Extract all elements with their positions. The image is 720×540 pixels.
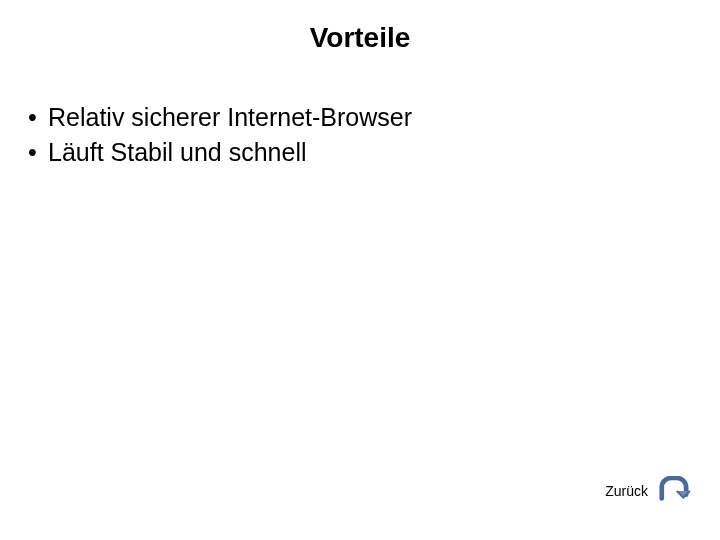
bullet-dot-icon: • — [28, 100, 48, 135]
bullet-dot-icon: • — [28, 135, 48, 170]
u-turn-arrow-icon — [654, 476, 692, 506]
bullet-list: • Relativ sicherer Internet-Browser • Lä… — [28, 100, 412, 170]
back-button[interactable]: Zurück — [605, 476, 692, 506]
bullet-text: Relativ sicherer Internet-Browser — [48, 100, 412, 135]
back-label: Zurück — [605, 483, 648, 499]
slide-title: Vorteile — [0, 22, 720, 54]
bullet-text: Läuft Stabil und schnell — [48, 135, 307, 170]
list-item: • Relativ sicherer Internet-Browser — [28, 100, 412, 135]
list-item: • Läuft Stabil und schnell — [28, 135, 412, 170]
